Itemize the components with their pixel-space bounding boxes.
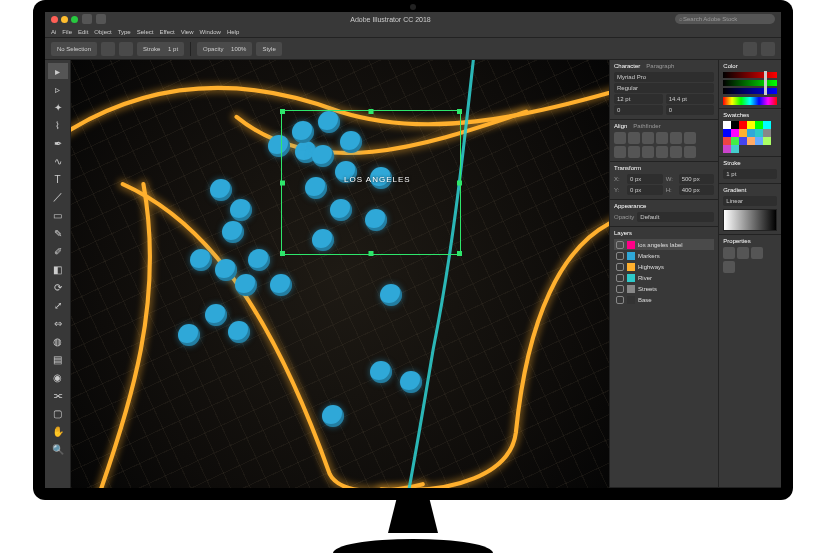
paintbrush-tool[interactable]: ✎ — [48, 225, 68, 241]
gradient-tool[interactable]: ▤ — [48, 351, 68, 367]
visibility-toggle[interactable] — [616, 241, 624, 249]
align-bottom-icon[interactable] — [684, 132, 696, 144]
artboard-tool[interactable]: ▢ — [48, 405, 68, 421]
appearance-opacity-field[interactable]: Default — [637, 212, 714, 222]
eyedropper-tool[interactable]: ◉ — [48, 369, 68, 385]
map-marker[interactable] — [380, 284, 402, 306]
swatch[interactable] — [747, 121, 755, 129]
menu-edit[interactable]: Edit — [78, 29, 88, 35]
pencil-tool[interactable]: ✐ — [48, 243, 68, 259]
swatch[interactable] — [739, 121, 747, 129]
tab-appearance[interactable]: Appearance — [614, 203, 646, 209]
map-marker[interactable] — [235, 274, 257, 296]
layer-row[interactable]: Highways — [614, 261, 714, 272]
swatch[interactable] — [763, 129, 771, 137]
selection-tool[interactable]: ▸ — [48, 63, 68, 79]
stroke-weight-field[interactable]: 1 pt — [723, 169, 777, 179]
pathfinder-intersect-icon[interactable] — [670, 146, 682, 158]
visibility-toggle[interactable] — [616, 274, 624, 282]
shape-builder-tool[interactable]: ◍ — [48, 333, 68, 349]
swatch[interactable] — [763, 137, 771, 145]
font-style-field[interactable]: Regular — [614, 83, 714, 93]
doc-setup-button[interactable] — [743, 42, 757, 56]
swatch[interactable] — [755, 137, 763, 145]
transform-w-field[interactable]: 500 px — [679, 174, 715, 184]
distribute-v-icon[interactable] — [628, 146, 640, 158]
selection-chip[interactable]: No Selection — [51, 42, 97, 56]
map-marker[interactable] — [248, 249, 270, 271]
preferences-button[interactable] — [761, 42, 775, 56]
swatch[interactable] — [747, 129, 755, 137]
pathfinder-exclude-icon[interactable] — [684, 146, 696, 158]
line-tool[interactable]: ／ — [48, 189, 68, 205]
magic-wand-tool[interactable]: ✦ — [48, 99, 68, 115]
fill-swatch[interactable] — [101, 42, 115, 56]
map-marker[interactable] — [210, 179, 232, 201]
character-panel[interactable]: Character Paragraph Myriad Pro Regular 1… — [610, 60, 718, 120]
layer-row[interactable]: Markers — [614, 250, 714, 261]
gradient-panel[interactable]: Gradient Linear — [719, 184, 781, 235]
swatch[interactable] — [723, 121, 731, 129]
font-family-field[interactable]: Myriad Pro — [614, 72, 714, 82]
layer-row[interactable]: River — [614, 272, 714, 283]
gradient-ramp[interactable] — [723, 209, 777, 231]
map-marker[interactable] — [228, 321, 250, 343]
stroke-weight-field[interactable]: Stroke 1 pt — [137, 42, 184, 56]
search-input[interactable]: ⌕ Search Adobe Stock — [675, 14, 775, 24]
stroke-panel[interactable]: Stroke 1 pt — [719, 157, 781, 184]
align-middle-icon[interactable] — [670, 132, 682, 144]
transform-y-field[interactable]: 0 px — [627, 185, 663, 195]
map-marker[interactable] — [322, 405, 344, 427]
tab-align[interactable]: Align — [614, 123, 627, 129]
map-marker[interactable] — [230, 199, 252, 221]
tab-color[interactable]: Color — [723, 63, 737, 69]
blend-tool[interactable]: ⫘ — [48, 387, 68, 403]
menu-select[interactable]: Select — [137, 29, 154, 35]
maximize-button[interactable] — [71, 16, 78, 23]
menu-view[interactable]: View — [181, 29, 194, 35]
align-left-icon[interactable] — [614, 132, 626, 144]
map-marker[interactable] — [215, 259, 237, 281]
prop-icon-2[interactable] — [737, 247, 749, 259]
style-field[interactable]: Style — [256, 42, 281, 56]
pathfinder-minus-icon[interactable] — [656, 146, 668, 158]
visibility-toggle[interactable] — [616, 296, 624, 304]
swatches-panel[interactable]: Swatches — [719, 109, 781, 157]
layer-row[interactable]: Streets — [614, 283, 714, 294]
pathfinder-unite-icon[interactable] — [642, 146, 654, 158]
align-right-icon[interactable] — [642, 132, 654, 144]
kerning-field[interactable]: 0 — [614, 105, 663, 115]
swatch[interactable] — [723, 137, 731, 145]
tab-properties[interactable]: Properties — [723, 238, 750, 244]
zoom-tool[interactable]: 🔍 — [48, 441, 68, 457]
width-tool[interactable]: ⇔ — [48, 315, 68, 331]
opacity-field[interactable]: Opacity 100% — [197, 42, 252, 56]
color-r-slider[interactable] — [723, 72, 777, 78]
distribute-h-icon[interactable] — [614, 146, 626, 158]
tab-paragraph[interactable]: Paragraph — [646, 63, 674, 69]
menu-type[interactable]: Type — [118, 29, 131, 35]
curvature-tool[interactable]: ∿ — [48, 153, 68, 169]
align-center-icon[interactable] — [628, 132, 640, 144]
swatch[interactable] — [739, 129, 747, 137]
color-panel[interactable]: Color — [719, 60, 781, 109]
swatch[interactable] — [739, 137, 747, 145]
canvas[interactable]: LOS ANGELES — [71, 60, 609, 488]
prop-icon-4[interactable] — [723, 261, 735, 273]
tracking-field[interactable]: 0 — [666, 105, 715, 115]
swatch[interactable] — [723, 145, 731, 153]
tab-character[interactable]: Character — [614, 63, 640, 69]
swatch[interactable] — [731, 137, 739, 145]
minimize-button[interactable] — [61, 16, 68, 23]
transform-panel[interactable]: Transform X:0 pxW:500 px Y:0 pxH:400 px — [610, 162, 718, 200]
map-marker[interactable] — [370, 361, 392, 383]
swatch[interactable] — [723, 129, 731, 137]
transform-x-field[interactable]: 0 px — [627, 174, 663, 184]
spectrum-ramp[interactable] — [723, 97, 777, 105]
close-button[interactable] — [51, 16, 58, 23]
appearance-panel[interactable]: Appearance OpacityDefault — [610, 200, 718, 227]
menu-ai[interactable]: Ai — [51, 29, 56, 35]
eraser-tool[interactable]: ◧ — [48, 261, 68, 277]
layer-row[interactable]: Base — [614, 294, 714, 305]
swatch[interactable] — [755, 121, 763, 129]
